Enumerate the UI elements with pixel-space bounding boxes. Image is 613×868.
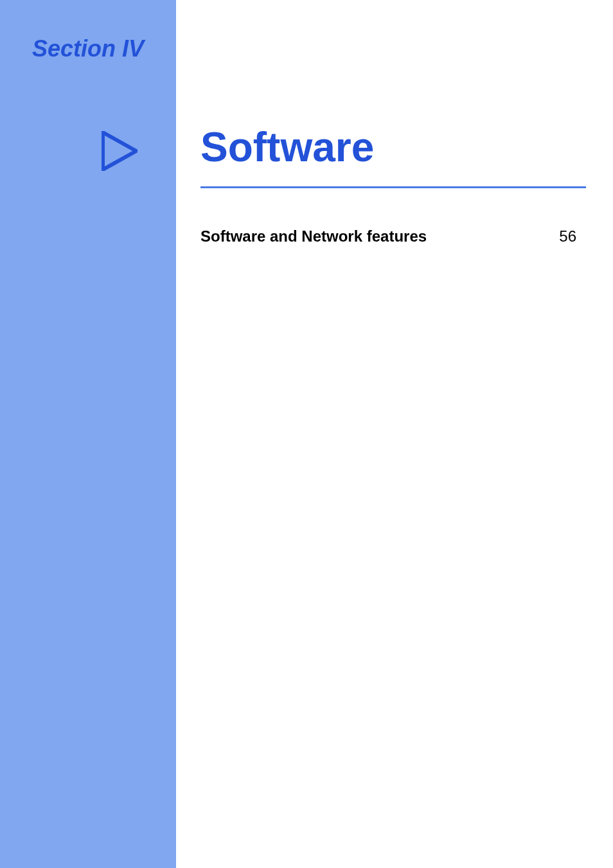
triangle-right-icon bbox=[102, 131, 138, 173]
toc-row: Software and Network features 56 bbox=[200, 227, 576, 245]
toc-item-label[interactable]: Software and Network features bbox=[200, 227, 427, 245]
page-title: Software bbox=[200, 123, 374, 171]
toc-item-page: 56 bbox=[559, 227, 576, 245]
svg-marker-0 bbox=[103, 132, 136, 170]
sidebar-stripe bbox=[0, 0, 176, 868]
section-label: Section IV bbox=[32, 35, 144, 62]
title-underline bbox=[200, 186, 586, 188]
